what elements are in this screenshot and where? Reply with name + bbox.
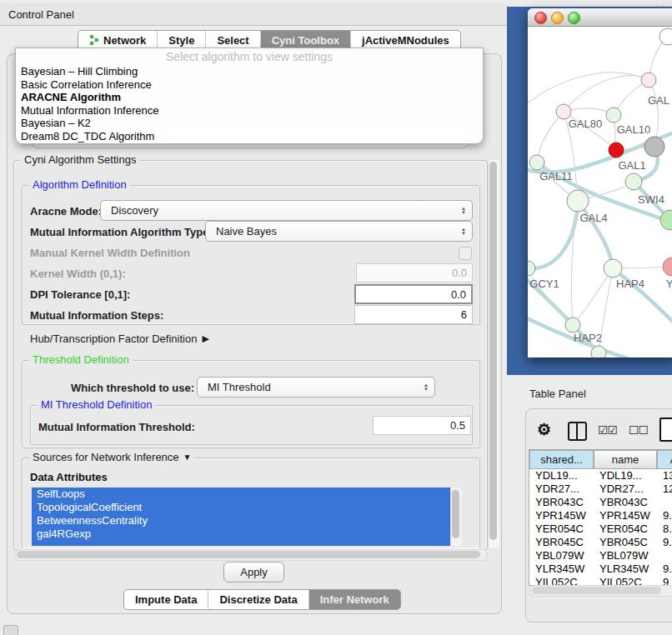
bottom-tab-impute-data[interactable]: Impute Data <box>124 590 208 609</box>
network-node[interactable] <box>644 137 664 157</box>
attribute-item-gal4rgexp[interactable]: gal4RGexp <box>32 528 450 541</box>
bottom-tab-impute-data-label: Impute Data <box>135 593 197 606</box>
table-cell: 9. <box>663 536 672 549</box>
window-close-button[interactable] <box>534 12 547 24</box>
document-icon[interactable] <box>659 418 672 442</box>
bottom-tab-infer-network[interactable]: Infer Network <box>309 590 400 609</box>
network-node-gal4[interactable] <box>567 190 589 212</box>
network-window-titlebar[interactable] <box>528 8 672 27</box>
data-attributes-list[interactable]: SelfLoopsTopologicalCoefficientBetweenne… <box>32 488 450 546</box>
table-cell: YBR045C <box>599 536 648 549</box>
algorithm-option-bayesian-hill-climbing[interactable]: Bayesian – Hill Climbing <box>16 65 483 78</box>
node-label-gal: GAL <box>648 94 669 107</box>
column-header-name[interactable]: name <box>594 450 657 469</box>
node-label-gal80: GAL80 <box>569 118 602 130</box>
window-zoom-button[interactable] <box>568 12 580 24</box>
table-cell: 8. <box>663 522 672 536</box>
apply-button[interactable]: Apply <box>223 562 284 582</box>
algorithm-option-bayesian-k2[interactable]: Bayesian – K2 <box>16 117 483 130</box>
checked-checkboxes-icon[interactable]: ☑☑ <box>598 423 617 437</box>
settings-vertical-scrollbar[interactable] <box>488 160 499 548</box>
which-threshold-combo[interactable]: MI Threshold ▲▼ <box>197 377 435 398</box>
mi-threshold-label: Mutual Information Threshold: <box>38 421 195 433</box>
settings-hscroll-thumb[interactable] <box>17 551 480 558</box>
settings-vscroll-thumb[interactable] <box>489 162 497 540</box>
threshold-definition-title: Threshold Definition <box>29 353 133 366</box>
show-panel-mini-button[interactable] <box>3 625 18 635</box>
table-cell: YPR145W <box>599 509 650 522</box>
which-threshold-value: MI Threshold <box>208 381 424 393</box>
network-node[interactable] <box>659 28 672 45</box>
column-header-a[interactable]: A <box>657 450 672 469</box>
network-node-gcy1[interactable] <box>528 261 535 276</box>
algorithm-option-dream8-dc-tdc-algorithm[interactable]: Dream8 DC_TDC Algorithm <box>16 130 483 143</box>
table-hscroll-thumb[interactable] <box>532 587 661 594</box>
hub-definition-toggle[interactable]: Hub/Transcription Factor Definition ▶ <box>30 332 209 345</box>
aracne-mode-combo[interactable]: Discovery ▲▼ <box>100 200 473 221</box>
bottom-tab-discretize-data[interactable]: Discretize Data <box>208 590 308 609</box>
table-row[interactable]: YER054CYER054C8. <box>529 522 672 536</box>
table-row[interactable]: YBR045CYBR045C9. <box>529 536 672 549</box>
split-columns-icon[interactable] <box>568 422 587 441</box>
network-view[interactable]: GALGAL80GAL10GAL1GAL11SWI4GAL4GCY1HAP4YH… <box>528 27 672 358</box>
network-node[interactable] <box>591 346 606 358</box>
network-edge[interactable] <box>573 268 613 325</box>
mi-steps-field[interactable]: 6 <box>354 305 473 324</box>
table-row[interactable]: YIL052CYIL052C9 <box>529 576 672 585</box>
sources-toggle[interactable]: Sources for Network Inference ▼ <box>29 451 194 463</box>
network-edge[interactable] <box>537 112 564 162</box>
gear-icon[interactable]: ⚙ <box>537 420 551 439</box>
list-vertical-scrollbar[interactable] <box>450 488 462 546</box>
algorithm-option-mutual-information-inference[interactable]: Mutual Information Inference <box>16 104 483 118</box>
window-minimize-button[interactable] <box>551 12 564 24</box>
bottom-tabbar: Impute DataDiscretize DataInfer Network <box>123 589 401 610</box>
attribute-item-selfloops[interactable]: SelfLoops <box>32 488 450 501</box>
list-scroll-thumb[interactable] <box>452 490 459 538</box>
table-cell: YLR345W <box>535 562 584 576</box>
network-node-hap2[interactable] <box>565 318 580 332</box>
table-cell: YER054C <box>599 522 648 536</box>
settings-group-title: Cyni Algorithm Settings <box>21 153 139 166</box>
tab-style-label: Style <box>168 34 194 47</box>
attribute-item-betweennesscentrality[interactable]: BetweennessCentrality <box>32 514 450 528</box>
table-cell: YIL052C <box>599 576 642 585</box>
table-row[interactable]: YDR27...YDR27...12 <box>529 482 672 496</box>
network-node-gal[interactable] <box>641 72 656 88</box>
table-header-row: shared...nameA <box>529 450 672 469</box>
mi-threshold-field[interactable]: 0.5 <box>373 416 471 435</box>
table-row[interactable]: YLR345WYLR345W9. <box>529 562 672 576</box>
combo-arrows-icon: ▲▼ <box>461 207 466 215</box>
network-node-gal11[interactable] <box>529 155 544 170</box>
table-horizontal-scrollbar[interactable] <box>529 585 672 597</box>
node-label-hap2: HAP2 <box>574 332 602 344</box>
node-label-gal1: GAL1 <box>618 159 645 172</box>
settings-horizontal-scrollbar[interactable] <box>14 549 488 561</box>
network-edge[interactable] <box>564 76 649 112</box>
algorithm-option-basic-correlation-inference[interactable]: Basic Correlation Inference <box>16 78 483 92</box>
table-row[interactable]: YBR043CYBR043C <box>529 496 672 509</box>
network-node-gal10[interactable] <box>606 108 621 122</box>
network-edge[interactable] <box>528 201 578 268</box>
tab-cyni-toolbox-label: Cyni Toolbox <box>272 34 339 47</box>
mi-type-combo[interactable]: Naive Bayes ▲▼ <box>205 221 473 242</box>
which-threshold-label: Which threshold to use: <box>71 382 194 394</box>
table-cell: 9 <box>663 576 669 585</box>
table-cell: YPR145W <box>535 509 586 522</box>
network-node-y[interactable] <box>663 258 672 276</box>
algorithm-option-aracne-algorithm[interactable]: ARACNE Algorithm <box>16 91 483 104</box>
node-table: shared...nameA YDL19...YDL19...13YDR27..… <box>529 449 672 586</box>
manual-kernel-checkbox[interactable] <box>459 247 472 260</box>
column-header-shared[interactable]: shared... <box>529 450 594 469</box>
node-label-swi4: SWI4 <box>638 193 664 206</box>
network-node-gal1[interactable] <box>609 142 624 158</box>
table-row[interactable]: YPR145WYPR145W9. <box>529 509 672 522</box>
attribute-item-topologicalcoefficient[interactable]: TopologicalCoefficient <box>32 501 450 514</box>
table-row[interactable]: YBL079WYBL079W <box>529 549 672 562</box>
kernel-width-field[interactable]: 0.0 <box>356 263 473 282</box>
dpi-tolerance-field[interactable]: 0.0 <box>354 284 473 304</box>
unchecked-checkboxes-icon[interactable]: ☐☐ <box>629 423 648 437</box>
table-row[interactable]: YDL19...YDL19...13 <box>529 469 672 482</box>
network-node-hap4[interactable] <box>604 259 622 278</box>
network-node-swi4[interactable] <box>625 173 642 190</box>
table-panel-title: Table Panel <box>529 388 586 400</box>
